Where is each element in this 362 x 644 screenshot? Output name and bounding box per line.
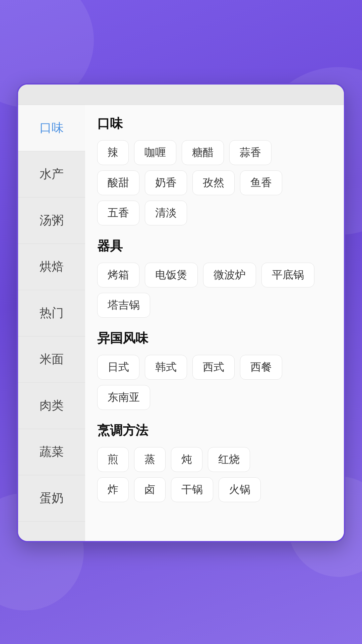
tag-3-1-1[interactable]: 卤 xyxy=(134,477,166,502)
tags-row-0-0: 辣咖喱糖醋蒜香 xyxy=(97,140,332,165)
sidebar-item-5[interactable]: 米面 xyxy=(18,336,85,383)
tag-2-0-2[interactable]: 西式 xyxy=(192,355,235,380)
tag-2-1-0[interactable]: 东南亚 xyxy=(97,385,150,410)
tag-3-1-0[interactable]: 炸 xyxy=(97,477,129,502)
section-title-1: 器具 xyxy=(97,237,332,255)
tag-1-1-0[interactable]: 塔吉锅 xyxy=(97,293,150,318)
tag-0-0-0[interactable]: 辣 xyxy=(97,140,129,165)
sidebar-item-4[interactable]: 热门 xyxy=(18,290,85,336)
sidebar-item-3[interactable]: 烘焙 xyxy=(18,244,85,290)
sidebar-item-1[interactable]: 水产 xyxy=(18,151,85,198)
tag-0-1-2[interactable]: 孜然 xyxy=(192,170,235,195)
sidebar-item-7[interactable]: 蔬菜 xyxy=(18,429,85,475)
section-title-0: 口味 xyxy=(97,115,332,132)
tags-row-0-1: 酸甜奶香孜然鱼香 xyxy=(97,170,332,195)
sidebar: 口味水产汤粥烘焙热门米面肉类蔬菜蛋奶 xyxy=(18,105,85,541)
tag-1-0-3[interactable]: 平底锅 xyxy=(261,263,314,287)
tags-row-3-0: 煎蒸炖红烧 xyxy=(97,447,332,472)
tag-3-1-3[interactable]: 火锅 xyxy=(219,477,261,502)
tag-0-2-0[interactable]: 五香 xyxy=(97,201,139,225)
tag-0-0-1[interactable]: 咖喱 xyxy=(134,140,176,165)
tag-1-0-2[interactable]: 微波炉 xyxy=(203,263,256,287)
tag-3-0-1[interactable]: 蒸 xyxy=(134,447,166,472)
card-body: 口味水产汤粥烘焙热门米面肉类蔬菜蛋奶 口味辣咖喱糖醋蒜香酸甜奶香孜然鱼香五香清淡… xyxy=(18,105,344,541)
tag-3-0-2[interactable]: 炖 xyxy=(171,447,202,472)
tags-row-2-0: 日式韩式西式西餐 xyxy=(97,355,332,380)
sidebar-item-0[interactable]: 口味 xyxy=(18,105,85,151)
tags-row-1-0: 烤箱电饭煲微波炉平底锅 xyxy=(97,263,332,287)
tag-2-0-1[interactable]: 韩式 xyxy=(145,355,187,380)
tag-0-1-3[interactable]: 鱼香 xyxy=(240,170,282,195)
tags-row-2-1: 东南亚 xyxy=(97,385,332,410)
header-section xyxy=(0,0,362,83)
tag-0-0-2[interactable]: 糖醋 xyxy=(182,140,224,165)
tag-1-0-0[interactable]: 烤箱 xyxy=(97,263,139,287)
sidebar-item-2[interactable]: 汤粥 xyxy=(18,198,85,244)
section-title-3: 烹调方法 xyxy=(97,422,332,439)
tag-3-1-2[interactable]: 干锅 xyxy=(171,477,213,502)
tag-2-0-3[interactable]: 西餐 xyxy=(240,355,282,380)
card-title xyxy=(18,85,344,105)
recipe-card: 口味水产汤粥烘焙热门米面肉类蔬菜蛋奶 口味辣咖喱糖醋蒜香酸甜奶香孜然鱼香五香清淡… xyxy=(17,83,345,542)
tags-row-3-1: 炸卤干锅火锅 xyxy=(97,477,332,502)
tag-0-0-3[interactable]: 蒜香 xyxy=(229,140,272,165)
tag-1-0-1[interactable]: 电饭煲 xyxy=(145,263,198,287)
tag-0-1-1[interactable]: 奶香 xyxy=(145,170,187,195)
tag-3-0-0[interactable]: 煎 xyxy=(97,447,129,472)
tags-row-0-2: 五香清淡 xyxy=(97,201,332,225)
tag-0-1-0[interactable]: 酸甜 xyxy=(97,170,139,195)
tags-row-1-1: 塔吉锅 xyxy=(97,293,332,318)
tag-0-2-1[interactable]: 清淡 xyxy=(145,201,187,225)
content-area: 口味辣咖喱糖醋蒜香酸甜奶香孜然鱼香五香清淡器具烤箱电饭煲微波炉平底锅塔吉锅异国风… xyxy=(85,105,344,541)
sidebar-item-6[interactable]: 肉类 xyxy=(18,383,85,429)
tag-3-0-3[interactable]: 红烧 xyxy=(208,447,250,472)
tag-2-0-0[interactable]: 日式 xyxy=(97,355,139,380)
sidebar-item-8[interactable]: 蛋奶 xyxy=(18,475,85,522)
section-title-2: 异国风味 xyxy=(97,330,332,347)
